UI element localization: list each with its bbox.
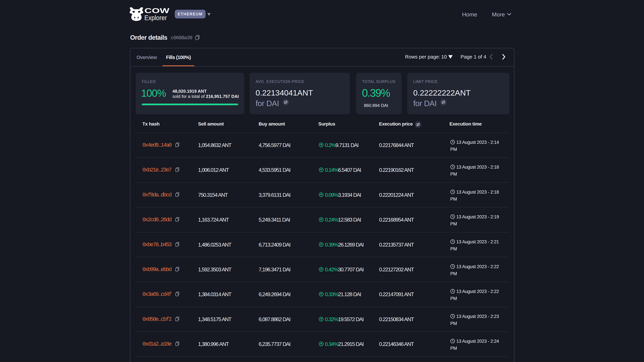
svg-text:COW: COW	[144, 7, 170, 14]
svg-text:Explorer: Explorer	[144, 14, 167, 21]
